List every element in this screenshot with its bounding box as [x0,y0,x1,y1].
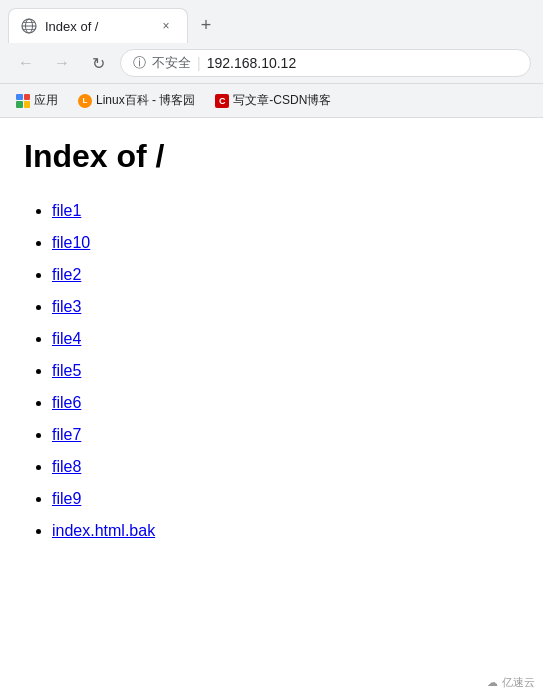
bookmark-csdn[interactable]: C 写文章-CSDN博客 [207,88,339,113]
forward-button[interactable]: → [48,49,76,77]
csdn-icon: C [215,94,229,108]
watermark-icon: ☁ [487,676,498,689]
list-item: file9 [52,483,519,515]
reload-button[interactable]: ↻ [84,49,112,77]
watermark-text: 亿速云 [502,675,535,690]
address-separator: | [197,55,201,71]
file-link[interactable]: file6 [52,394,81,411]
address-input[interactable]: ⓘ 不安全 | 192.168.10.12 [120,49,531,77]
tab-title: Index of / [45,19,149,34]
security-text: 不安全 [152,54,191,72]
bookmark-apps[interactable]: 应用 [8,88,66,113]
bookmark-linux-label: Linux百科 - 博客园 [96,92,195,109]
page-heading: Index of / [24,138,519,175]
list-item: file3 [52,291,519,323]
page-content: Index of / file1file10file2file3file4fil… [0,118,543,696]
file-link[interactable]: file8 [52,458,81,475]
list-item: file10 [52,227,519,259]
list-item: file5 [52,355,519,387]
file-link[interactable]: file2 [52,266,81,283]
address-bar: ← → ↻ ⓘ 不安全 | 192.168.10.12 [0,43,543,83]
list-item: index.html.bak [52,515,519,547]
list-item: file6 [52,387,519,419]
watermark: ☁ 亿速云 [487,675,535,690]
file-link[interactable]: file9 [52,490,81,507]
file-link[interactable]: index.html.bak [52,522,155,539]
tab-close-button[interactable]: × [157,17,175,35]
bookmark-csdn-label: 写文章-CSDN博客 [233,92,331,109]
file-link[interactable]: file3 [52,298,81,315]
browser-chrome: Index of / × + ← → ↻ ⓘ 不安全 | 192.168.10.… [0,0,543,118]
bookmarks-bar: 应用 L Linux百科 - 博客园 C 写文章-CSDN博客 [0,83,543,117]
bookmark-linux[interactable]: L Linux百科 - 博客园 [70,88,203,113]
list-item: file2 [52,259,519,291]
bookmark-apps-label: 应用 [34,92,58,109]
file-link[interactable]: file10 [52,234,90,251]
security-icon: ⓘ [133,54,146,72]
list-item: file1 [52,195,519,227]
active-tab[interactable]: Index of / × [8,8,188,43]
file-list: file1file10file2file3file4file5file6file… [24,195,519,547]
new-tab-button[interactable]: + [192,12,220,40]
list-item: file8 [52,451,519,483]
linux-icon: L [78,94,92,108]
list-item: file4 [52,323,519,355]
file-link[interactable]: file7 [52,426,81,443]
tab-bar: Index of / × + [0,0,543,43]
file-link[interactable]: file1 [52,202,81,219]
file-link[interactable]: file5 [52,362,81,379]
back-button[interactable]: ← [12,49,40,77]
tab-favicon-icon [21,18,37,34]
file-link[interactable]: file4 [52,330,81,347]
apps-icon [16,94,30,108]
list-item: file7 [52,419,519,451]
address-url: 192.168.10.12 [207,55,297,71]
